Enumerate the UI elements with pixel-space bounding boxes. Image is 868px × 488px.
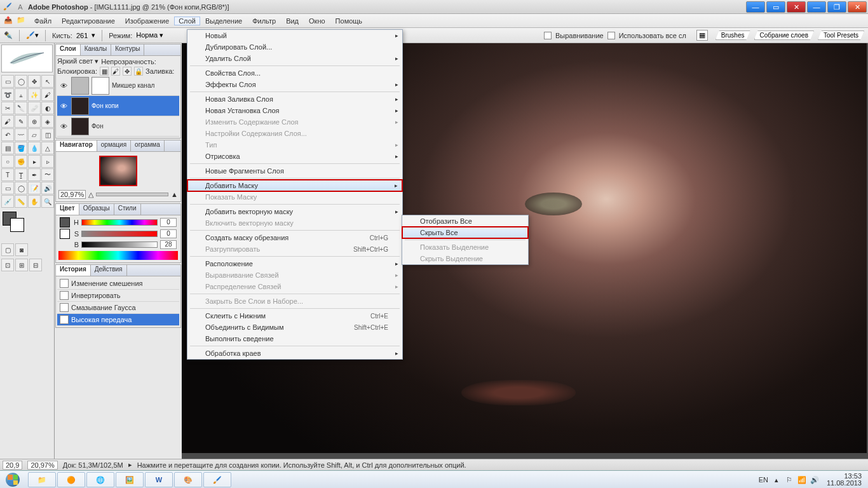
heal-tool[interactable]: 🩹	[28, 102, 41, 114]
pen-tool[interactable]: ✒	[28, 168, 41, 181]
quickmask-on[interactable]: ◙	[15, 243, 28, 256]
audio-tool[interactable]: 🔊	[41, 182, 54, 194]
menu-select[interactable]: Выделение	[200, 16, 247, 26]
task-word[interactable]: W	[145, 472, 173, 487]
move-tool[interactable]: ✥	[28, 75, 41, 88]
screenmode-std[interactable]: ⊡	[1, 259, 14, 271]
menu-item[interactable]: Дублировать Слой...	[187, 41, 402, 53]
outer-close-button[interactable]: ✕	[848, 1, 867, 13]
type-mask-tool[interactable]: Ṯ	[15, 168, 27, 181]
history-row[interactable]: Инвертировать	[57, 290, 179, 302]
history-row[interactable]: Изменение смешения	[57, 278, 179, 290]
useall-checkbox[interactable]	[607, 32, 615, 39]
menu-window[interactable]: Окно	[304, 16, 330, 26]
screenmode-full2[interactable]: ⊟	[29, 259, 42, 271]
tab-actions[interactable]: Действия	[91, 265, 127, 276]
path-select-tool[interactable]: ▸	[28, 155, 41, 168]
align-checkbox[interactable]	[544, 32, 552, 39]
spectrum-ramp[interactable]	[58, 251, 178, 260]
lock-pixels-icon[interactable]: 🖌	[111, 67, 120, 76]
move-tool-2[interactable]: ↖	[41, 75, 54, 88]
color-bg-swatch[interactable]	[60, 229, 70, 239]
visibility-eye-icon[interactable]: 👁	[58, 121, 69, 132]
task-photos[interactable]: 🖼️	[116, 472, 144, 487]
b-value[interactable]: 28	[160, 240, 177, 249]
menu-filter[interactable]: Фильтр	[247, 16, 281, 26]
ellipse-tool[interactable]: ◯	[15, 182, 27, 194]
stamp-tool[interactable]: ⊕	[28, 115, 41, 128]
visibility-eye-icon[interactable]: 👁	[58, 81, 69, 91]
history-row[interactable]: Высокая передача	[57, 314, 179, 326]
rectangle-tool[interactable]: ▭	[1, 182, 14, 194]
s-slider[interactable]	[81, 231, 158, 237]
menu-layer[interactable]: Слой	[174, 17, 200, 25]
layer-row[interactable]: 👁 Фон	[57, 116, 179, 137]
menu-item[interactable]: Добавить векторную маску	[187, 206, 402, 217]
layer-thumb[interactable]	[71, 77, 89, 95]
menu-item[interactable]: Новые Фрагменты Слоя	[187, 165, 402, 177]
notes-tool[interactable]: 📝	[28, 182, 41, 194]
tab-info[interactable]: ормация	[97, 140, 131, 151]
minimize-button[interactable]: —	[746, 1, 765, 13]
tray-network-icon[interactable]: 📶	[797, 475, 806, 484]
hand-tool[interactable]: ✋	[28, 195, 41, 208]
nav-zoom-slider[interactable]	[96, 193, 168, 196]
tab-layers[interactable]: Слои	[56, 44, 81, 55]
brush-tool-icon[interactable]: ✒️	[4, 31, 13, 39]
bg-eraser-tool[interactable]: ◫	[41, 128, 54, 141]
type-tool[interactable]: T	[1, 168, 14, 181]
slice-tool[interactable]: 🔪	[15, 102, 27, 114]
tab-history[interactable]: История	[56, 265, 91, 276]
wand-tool[interactable]: ✨	[28, 88, 41, 101]
menu-item[interactable]: Новая Заливка Слоя	[187, 93, 402, 105]
history-row[interactable]: Смазывание Гаусса	[57, 302, 179, 314]
marquee-tool[interactable]: ▭	[1, 75, 14, 88]
layer-thumb[interactable]	[71, 97, 89, 115]
menu-image[interactable]: Изображение	[120, 16, 174, 26]
brush-size-caret[interactable]: ▾	[92, 31, 95, 39]
layer-thumb[interactable]	[71, 118, 89, 135]
blur-tool[interactable]: 💧	[28, 142, 41, 154]
lock-trans-icon[interactable]: ▦	[100, 67, 109, 76]
tab-brushes[interactable]: Brushes	[715, 30, 750, 40]
h-slider[interactable]	[81, 219, 158, 226]
tab-layer-comps[interactable]: Собрание слоев	[754, 30, 814, 40]
menu-item[interactable]: Скрыть Все	[402, 227, 528, 238]
layer-mask-thumb[interactable]	[92, 77, 109, 95]
freeform-pen-tool[interactable]: 〜	[41, 168, 54, 181]
tab-channels[interactable]: Каналы	[81, 44, 112, 55]
sb-arrow-icon[interactable]: ▸	[128, 461, 132, 469]
dodge-tool[interactable]: ○	[1, 155, 14, 168]
maximize-button[interactable]: ▭	[766, 1, 785, 13]
inner-close-button[interactable]: ✕	[787, 1, 806, 13]
background-swatch[interactable]	[10, 218, 24, 232]
menu-item[interactable]: Создать маску обрезанияCtrl+G	[187, 232, 402, 243]
tab-color[interactable]: Цвет	[56, 204, 79, 215]
menu-item[interactable]: Отрисовка	[187, 151, 402, 162]
bucket-tool[interactable]: 🪣	[15, 142, 27, 154]
menu-file[interactable]: Файл	[29, 16, 57, 26]
brush-size-value[interactable]: 261	[76, 32, 88, 39]
start-button[interactable]	[0, 471, 25, 488]
menu-item[interactable]: Объединить с ВидимымShift+Ctrl+E	[187, 322, 402, 333]
jump-icon[interactable]: 📤	[4, 16, 14, 26]
pattern-stamp-tool[interactable]: ◈	[41, 115, 54, 128]
quickmask-off[interactable]: ▢	[1, 243, 14, 256]
mode-dropdown[interactable]: Норма ▾	[136, 31, 163, 39]
zoom-tool[interactable]: 🔍	[41, 195, 54, 208]
tab-styles[interactable]: Стили	[114, 204, 141, 215]
blend-mode-dropdown[interactable]: Яркий свет ▾	[57, 57, 98, 65]
layer-row[interactable]: 👁 Фон копи	[57, 96, 179, 116]
direct-select-tool[interactable]: ▹	[41, 155, 54, 168]
task-paint[interactable]: 🎨	[174, 472, 202, 487]
tray-chevron-up-icon[interactable]: ▴	[772, 475, 781, 484]
menu-edit[interactable]: Редактирование	[57, 16, 120, 26]
task-paint2[interactable]: 🖌️	[203, 472, 231, 487]
sb-zoom2[interactable]: 20,97%	[27, 461, 57, 470]
menu-item[interactable]: Эффекты Слоя	[187, 79, 402, 90]
measure-tool[interactable]: 📏	[15, 195, 27, 208]
task-chrome[interactable]: 🌐	[86, 472, 114, 487]
quick-select-tool[interactable]: 🖌	[41, 88, 54, 101]
s-value[interactable]: 0	[160, 229, 177, 238]
tab-histogram[interactable]: ограмма	[131, 140, 165, 151]
